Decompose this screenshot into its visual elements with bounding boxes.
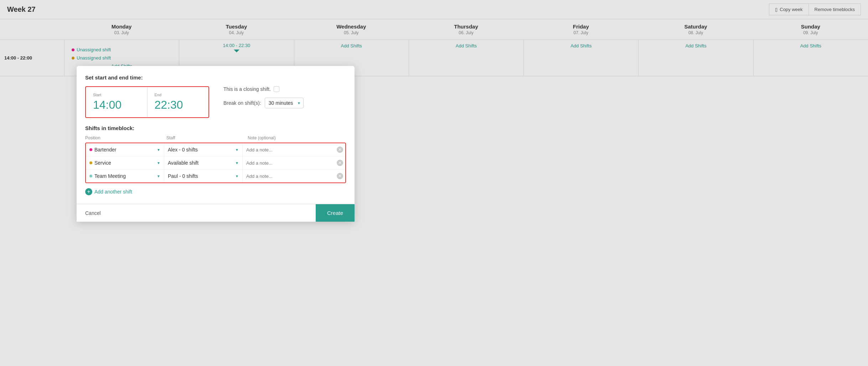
note-cell-3 <box>243 170 335 182</box>
break-label: Break on shift(s): <box>223 100 261 106</box>
note-cell-2 <box>243 156 335 169</box>
note-cell-1 <box>243 143 335 156</box>
add-another-shift-button[interactable]: + Add another shift <box>85 188 346 195</box>
remove-row-1-button[interactable]: ✕ <box>335 146 345 153</box>
col-position-header: Position <box>85 135 164 140</box>
staff-alex-label: Alex - 0 shifts <box>168 147 198 153</box>
position-bartender[interactable]: Bartender ▼ <box>86 143 164 156</box>
position-bartender-label: Bartender <box>94 147 116 153</box>
start-label: Start <box>93 93 140 97</box>
chevron-down-icon: ▼ <box>157 148 160 152</box>
break-select-wrapper: No break 15 minutes 30 minutes 45 minute… <box>265 98 304 108</box>
teammeeting-dot <box>89 175 92 177</box>
staff-paul-label: Paul - 0 shifts <box>168 173 198 179</box>
staff-available[interactable]: Available shift ▼ <box>164 156 243 169</box>
note-input-3[interactable] <box>246 174 331 179</box>
shifts-section-title: Shifts in timeblock: <box>85 125 346 131</box>
start-value: 14:00 <box>93 98 140 112</box>
col-staff-header: Staff <box>166 135 245 140</box>
closing-checkbox[interactable] <box>274 86 279 92</box>
bartender-dot <box>89 148 92 151</box>
break-select[interactable]: No break 15 minutes 30 minutes 45 minute… <box>265 98 304 108</box>
end-value: 22:30 <box>155 98 202 112</box>
break-row: Break on shift(s): No break 15 minutes 3… <box>223 98 346 108</box>
col-note-header: Note (optional) <box>248 135 332 140</box>
start-time-field[interactable]: Start 14:00 <box>86 87 148 117</box>
staff-alex[interactable]: Alex - 0 shifts ▼ <box>164 143 243 156</box>
closing-row: This is a closing shift. <box>223 86 346 92</box>
modal: Set start and end time: Start 14:00 End … <box>77 66 355 222</box>
closing-shift-area: This is a closing shift. Break on shift(… <box>216 86 346 108</box>
plus-icon: + <box>85 188 92 195</box>
app-container: Week 27 ▯ Copy week Remove timeblocks Mo… <box>0 0 868 366</box>
service-dot <box>89 161 92 164</box>
end-time-field[interactable]: End 22:30 <box>148 87 209 117</box>
modal-body: Set start and end time: Start 14:00 End … <box>77 66 355 204</box>
chevron-down-icon-2: ▼ <box>235 148 239 152</box>
chevron-down-icon-6: ▼ <box>235 174 239 178</box>
staff-available-label: Available shift <box>168 160 198 166</box>
shifts-rows-wrapper: Bartender ▼ Alex - 0 shifts ▼ <box>85 143 346 183</box>
time-picker-box: Start 14:00 End 22:30 <box>85 86 209 118</box>
shift-row-1: Bartender ▼ Alex - 0 shifts ▼ <box>86 143 345 156</box>
shift-row-2: Service ▼ Available shift ▼ <box>86 156 345 170</box>
remove-row-2-button[interactable]: ✕ <box>335 160 345 166</box>
modal-title: Set start and end time: <box>85 74 346 81</box>
add-another-label: Add another shift <box>94 189 132 195</box>
note-input-2[interactable] <box>246 160 331 166</box>
shifts-table-header: Position Staff Note (optional) <box>85 135 346 140</box>
position-service-label: Service <box>94 160 111 166</box>
position-teammeeting[interactable]: Team Meeting ▼ <box>86 170 164 182</box>
note-input-1[interactable] <box>246 147 331 153</box>
top-section: Start 14:00 End 22:30 This is a closing … <box>85 86 346 118</box>
chevron-down-icon-3: ▼ <box>157 161 160 165</box>
chevron-down-icon-5: ▼ <box>157 174 160 178</box>
staff-paul[interactable]: Paul - 0 shifts ▼ <box>164 170 243 182</box>
modal-footer: Cancel Create <box>77 204 355 222</box>
create-button[interactable]: Create <box>316 204 355 222</box>
closing-label: This is a closing shift. <box>223 86 271 92</box>
cancel-button[interactable]: Cancel <box>77 205 109 222</box>
position-service[interactable]: Service ▼ <box>86 156 164 169</box>
end-label: End <box>155 93 202 97</box>
chevron-down-icon-4: ▼ <box>235 161 239 165</box>
remove-row-3-button[interactable]: ✕ <box>335 173 345 179</box>
shift-row-3: Team Meeting ▼ Paul - 0 shifts ▼ <box>86 170 345 182</box>
position-teammeeting-label: Team Meeting <box>94 173 126 179</box>
